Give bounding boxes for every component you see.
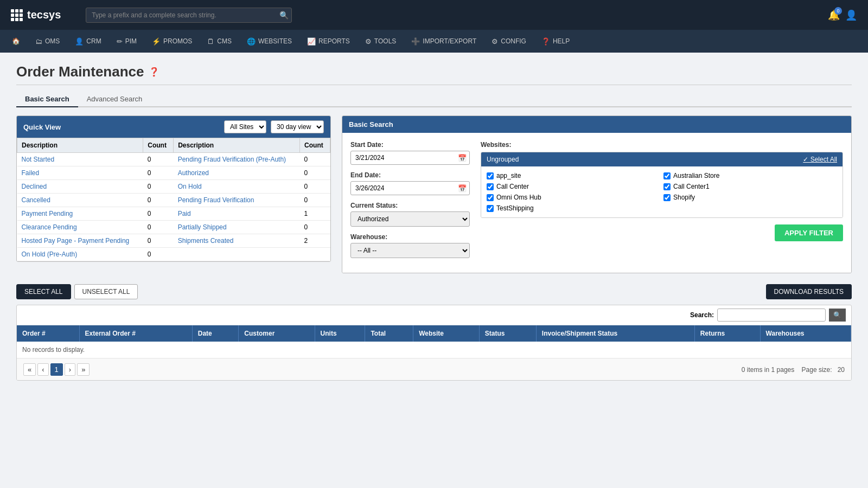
website-app-site[interactable]: app_site [487,172,660,179]
website-australian-store-checkbox[interactable] [663,172,671,179]
qv-desc-left[interactable]: Not Started [17,153,143,166]
global-search-button[interactable]: 🔍 [279,11,289,20]
start-date-input[interactable] [350,151,470,165]
website-call-center1[interactable]: Call Center1 [663,183,837,190]
qv-desc-left[interactable]: Declined [17,180,143,194]
qv-desc-right[interactable]: Authorized [174,166,300,180]
nav-reports[interactable]: 📈 REPORTS [301,33,356,50]
tab-basic-search[interactable]: Basic Search [16,92,78,107]
nav-promos-label: PROMOS [163,37,192,45]
nav-tools[interactable]: ⚙ TOOLS [359,33,403,50]
pag-last-button[interactable]: » [77,363,90,376]
warehouse-select[interactable]: -- All -- [350,243,470,258]
user-button[interactable]: 👤 [845,9,857,21]
nav-help[interactable]: ❓ HELP [535,33,576,50]
results-table: Order # External Order # Date Customer U… [17,325,851,358]
import-export-icon: ➕ [411,37,420,46]
top-icons: 🔔 0 👤 [828,9,857,21]
pag-page-1-button[interactable]: 1 [50,363,63,376]
qv-desc-left[interactable]: Cancelled [17,194,143,207]
website-call-center[interactable]: Call Center [487,183,660,190]
pag-prev-button[interactable]: ‹ [37,363,48,376]
website-testshipping[interactable]: TestShipping [487,204,660,212]
table-row: Declined0On Hold0 [17,180,330,194]
website-shopify-checkbox[interactable] [663,194,671,201]
unselect-all-button[interactable]: UNSELECT ALL [74,284,138,299]
website-omni-oms-hub-checkbox[interactable] [487,194,494,201]
website-testshipping-checkbox[interactable] [487,205,494,212]
col-date: Date [192,325,239,342]
status-label: Current Status: [350,202,470,209]
bs-row: Start Date: 📅 End Date: 📅 [350,141,843,265]
table-row: Failed0Authorized0 [17,166,330,180]
col-invoice-status: Invoice/Shipment Status [536,325,694,342]
status-select[interactable]: Authorized Not Started Failed Declined C… [350,211,470,227]
nav-config[interactable]: ⚙ CONFIG [485,33,533,50]
nav-pim[interactable]: ✏ PIM [110,33,143,50]
page-size-label: Page size: [802,366,832,374]
logo-icon [11,9,23,21]
global-search-input[interactable] [86,8,292,23]
pag-first-button[interactable]: « [23,363,36,376]
pag-next-button[interactable]: › [65,363,75,376]
qv-desc-left[interactable]: Failed [17,166,143,180]
qv-count-left: 0 [143,234,174,248]
status-group: Current Status: Authorized Not Started F… [350,202,470,227]
nav-websites[interactable]: 🌐 WEBSITES [240,33,298,50]
select-all-link[interactable]: ✓ Select All [803,156,837,163]
nav-home[interactable]: 🏠 [5,33,27,49]
qv-desc-left[interactable]: Clearance Pending [17,221,143,234]
apply-filter-button[interactable]: APPLY FILTER [775,224,843,241]
nav-pim-label: PIM [125,37,137,45]
qv-desc-right[interactable]: Partially Shipped [174,221,300,234]
notification-badge: 0 [834,7,842,15]
website-omni-oms-hub[interactable]: Omni Oms Hub [487,194,660,201]
qv-desc-right[interactable]: Pending Fraud Verification [174,194,300,207]
website-australian-store[interactable]: Australian Store [663,172,837,179]
qv-count-left: 0 [143,221,174,234]
qv-desc-right[interactable]: Paid [174,207,300,221]
nav-crm[interactable]: 👤 CRM [68,33,107,50]
no-records-message: No records to display. [17,342,851,358]
logo: tecsys [11,9,61,21]
nav-cms[interactable]: 🗒 CMS [201,33,238,50]
qv-desc-left[interactable]: On Hold (Pre-Auth) [17,248,143,261]
col-status: Status [479,325,536,342]
website-shopify[interactable]: Shopify [663,194,837,201]
bottom-toolbar: SELECT ALL UNSELECT ALL DOWNLOAD RESULTS [16,284,852,299]
start-date-calendar-icon[interactable]: 📅 [458,154,467,162]
end-date-input[interactable] [350,181,470,195]
ungrouped-label: Ungrouped [487,156,519,163]
site-filter[interactable]: All Sites [224,120,266,133]
period-filter[interactable]: 30 day view 7 day view Today [271,120,324,133]
oms-icon: 🗂 [35,37,42,46]
config-icon: ⚙ [492,37,498,46]
website-testshipping-label: TestShipping [496,204,534,212]
website-app-site-checkbox[interactable] [487,172,494,179]
website-call-center-checkbox[interactable] [487,183,494,190]
results-search-input[interactable] [717,309,826,322]
qv-desc-right[interactable]: Pending Fraud Verification (Pre-Auth) [174,153,300,166]
tab-advanced-search[interactable]: Advanced Search [78,92,151,107]
qv-desc-left[interactable]: Payment Pending [17,207,143,221]
qv-desc-right[interactable] [174,248,300,261]
website-call-center1-checkbox[interactable] [663,183,671,190]
qv-desc-right[interactable]: Shipments Created [174,234,300,248]
qv-desc-right[interactable]: On Hold [174,180,300,194]
qv-desc-left[interactable]: Hosted Pay Page - Payment Pending [17,234,143,248]
logo-text: tecsys [27,9,61,21]
col-external-order: External Order # [79,325,192,342]
search-columns: Quick View All Sites 30 day view 7 day v… [16,115,852,273]
end-date-wrap: 📅 [350,181,470,195]
results-search-button[interactable]: 🔍 [829,309,846,322]
end-date-calendar-icon[interactable]: 📅 [458,184,467,192]
page-help-icon[interactable]: ❓ [149,67,159,77]
select-all-button[interactable]: SELECT ALL [16,284,71,299]
nav-import-export[interactable]: ➕ IMPORT/EXPORT [405,33,483,50]
nav-oms[interactable]: 🗂 OMS [29,33,66,50]
notifications-button[interactable]: 🔔 0 [828,9,840,21]
nav-promos[interactable]: ⚡ PROMOS [145,33,199,50]
website-shopify-label: Shopify [673,194,695,201]
end-date-group: End Date: 📅 [350,171,470,195]
download-results-button[interactable]: DOWNLOAD RESULTS [766,284,852,299]
